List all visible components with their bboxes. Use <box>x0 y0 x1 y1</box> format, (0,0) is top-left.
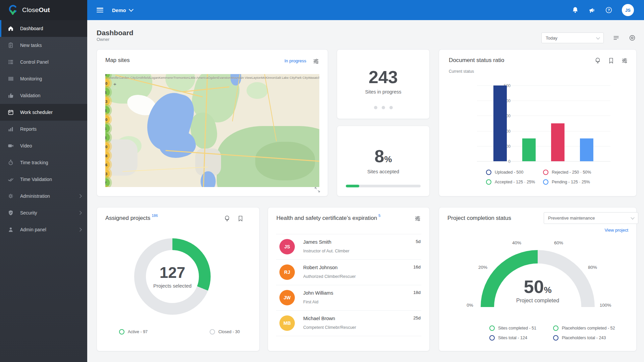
sidebar-item-video[interactable]: Video <box>0 137 87 154</box>
legend-item: Sites total - 124 <box>489 335 553 341</box>
announcements-megaphone-icon[interactable] <box>588 6 596 14</box>
map-cluster-marker[interactable]: 50 <box>105 142 110 151</box>
list-view-icon[interactable] <box>612 34 620 42</box>
person-avatar: RJ <box>279 264 295 280</box>
chevron-right-icon <box>78 194 82 198</box>
bookmark-icon[interactable] <box>237 215 244 222</box>
bar-chart: 0100200300400500 <box>477 85 610 161</box>
map-sites-card: Map sites In progress SnowvilleGarden Ci… <box>97 49 328 196</box>
bar-rejected <box>551 123 565 161</box>
gauge-tick-label: 60% <box>554 240 563 245</box>
bookmark-icon[interactable] <box>607 57 615 64</box>
sliders-filter-icon[interactable] <box>621 57 628 64</box>
sites-accepted-value: 8% <box>337 146 429 166</box>
page-title: Dashboard <box>97 29 133 37</box>
legend-ring-icon <box>486 179 491 185</box>
view-project-link[interactable]: View project <box>604 228 628 233</box>
hamburger-menu-icon[interactable] <box>97 8 103 12</box>
sidebar: CloseOut Dashboard New tasks Control Pan… <box>0 0 87 362</box>
sidebar-item-administration[interactable]: Administration <box>0 188 87 204</box>
health-count-badge[interactable]: 5 <box>378 214 380 218</box>
map-cluster-marker[interactable]: 13 <box>105 169 110 178</box>
person-name: John Williams <box>303 290 333 296</box>
person-role: Competent Climebr/Rescuer <box>303 325 356 330</box>
certificate-row[interactable]: JS James Smith Instructor of Aut. Climbe… <box>276 234 421 259</box>
gauge-tick-label: 40% <box>512 240 521 245</box>
sidebar-item-work-scheduler[interactable]: Work scheduler <box>0 104 87 121</box>
legend-item: Rejected - 250 · 50% <box>543 170 600 175</box>
sidebar-item-time-tracking[interactable]: Time tracking <box>0 154 87 171</box>
app-logo[interactable]: CloseOut <box>0 0 87 20</box>
doc-chart-legend: Uploaded - 500 Rejected - 250 · 50% Acce… <box>486 170 600 185</box>
legend-item: Uploaded - 500 <box>486 170 543 175</box>
sliders-filter-icon[interactable] <box>414 215 421 222</box>
sliders-filter-icon[interactable] <box>312 58 320 65</box>
globe-icon[interactable] <box>594 57 601 64</box>
map-card-title: Map sites <box>105 57 130 64</box>
map-status-filter-link[interactable]: In progress <box>284 58 306 63</box>
sidebar-item-time-validation[interactable]: Time Validation <box>0 171 87 188</box>
sidebar-item-security[interactable]: Security <box>0 204 87 221</box>
completion-percent-label: Project completed <box>461 298 615 304</box>
sidebar-item-reports[interactable]: Reports <box>0 121 87 137</box>
certificates-list: JS James Smith Instructor of Aut. Climbe… <box>276 234 421 336</box>
map-canvas[interactable]: SnowvilleGarden CitySmithfieldLoganKemme… <box>105 74 319 187</box>
sidebar-item-validation[interactable]: Validation <box>0 87 87 104</box>
map-place-label: Kemmerer <box>159 76 173 79</box>
certificate-row[interactable]: JW John Williams First Aid 18d <box>276 285 421 310</box>
project-type-select[interactable]: Preventive maintenance <box>544 212 638 224</box>
sidebar-item-admin-panel[interactable]: Admin panel <box>0 221 87 238</box>
globe-icon[interactable] <box>223 215 231 222</box>
person-avatar: MB <box>279 315 295 331</box>
sidebar-item-control-panel[interactable]: Control Panel <box>0 54 87 70</box>
map-cluster-marker[interactable]: 4 <box>105 88 110 97</box>
map-cluster-marker[interactable]: 3 <box>105 133 110 142</box>
home-icon <box>7 25 14 32</box>
map-cluster-marker[interactable]: 10 <box>105 79 110 88</box>
help-icon[interactable]: ? <box>605 6 612 14</box>
person-role: Authorized Climber/Rescuer <box>303 274 356 279</box>
date-filter-select[interactable]: Today <box>541 33 604 43</box>
resize-handle-icon[interactable] <box>314 186 321 193</box>
user-avatar[interactable]: JS <box>622 4 634 16</box>
certificate-row[interactable]: MB Michael Brown Competent Climebr/Rescu… <box>276 310 421 336</box>
legend-ring-icon <box>119 329 124 335</box>
map-place-label: Tremonton <box>173 76 189 79</box>
assigned-count-badge[interactable]: 186 <box>152 214 158 218</box>
map-place-label: Layton <box>252 76 261 79</box>
map-cluster-marker[interactable]: 28 <box>105 151 110 160</box>
carousel-dot[interactable] <box>382 106 385 109</box>
app-screen: Demo ? JS CloseOut Dash <box>0 0 644 362</box>
map-cluster-marker[interactable]: 3 <box>105 74 110 79</box>
gear-icon <box>7 193 14 199</box>
map-cluster-marker[interactable]: 7 <box>105 178 110 187</box>
legend-item: Placeholders completed - 52 <box>553 325 630 331</box>
map-place-label: Park City <box>295 76 308 79</box>
carousel-dot[interactable] <box>374 106 377 109</box>
assigned-card-title: Assigned projects186 <box>105 215 158 222</box>
map-zoom-out-button[interactable]: − <box>113 80 116 88</box>
legend-ring-icon <box>489 325 495 331</box>
carousel-dot[interactable] <box>389 106 393 109</box>
sidebar-nav: Dashboard New tasks Control Panel Monito… <box>0 20 87 238</box>
notifications-bell-icon[interactable] <box>572 6 579 14</box>
person-role: Instructor of Aut. Climber <box>303 249 350 253</box>
workspace-menu[interactable]: Demo <box>112 7 133 13</box>
map-cluster-marker[interactable]: 8 <box>105 106 110 115</box>
certificate-row[interactable]: RJ Robert Johnson Authorized Climber/Res… <box>276 259 421 285</box>
sidebar-item-dashboard[interactable]: Dashboard <box>0 20 87 37</box>
sidebar-item-monitoring[interactable]: Monitoring <box>0 70 87 87</box>
completion-gauge: 0%20%40%60%80%100% 50% Project completed <box>461 237 615 315</box>
map-cluster-marker[interactable]: 13 <box>105 97 110 106</box>
map-cluster-marker[interactable]: 70 <box>105 115 110 124</box>
map-cluster-marker[interactable]: 6 <box>105 124 110 133</box>
logo-text: CloseOut <box>22 6 50 14</box>
map-place-label: McKinnon <box>261 76 275 79</box>
target-icon[interactable] <box>629 34 636 42</box>
legend-ring-icon <box>543 179 548 185</box>
sidebar-item-new-tasks[interactable]: New tasks <box>0 37 87 54</box>
map-cluster-marker[interactable]: 26 <box>105 160 110 169</box>
chevron-down-icon <box>631 216 634 219</box>
expiration-days: 25d <box>413 315 421 320</box>
projects-selected-value: 127 <box>160 264 185 281</box>
